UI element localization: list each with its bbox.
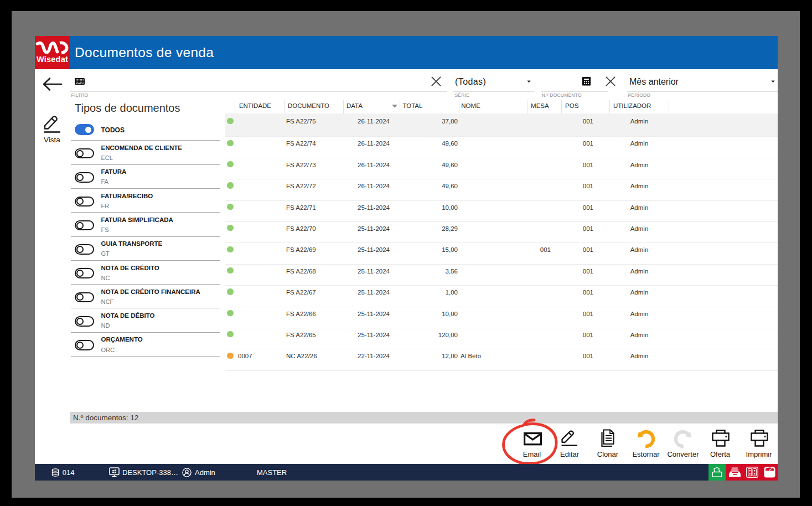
svg-text:Wisedat: Wisedat bbox=[37, 55, 68, 64]
